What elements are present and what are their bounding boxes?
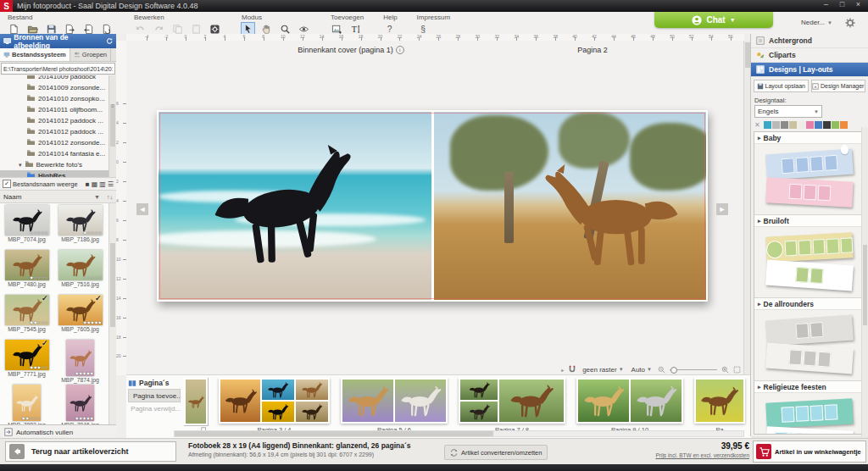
sort-dropdown[interactable]: Naam ▼ ↑↓ (0, 190, 116, 203)
tree-item-20141012-zonsonde[interactable]: 20141012 zonsonde... (0, 137, 116, 148)
next-page-arrow[interactable]: ► (716, 203, 728, 215)
menu-label-help[interactable]: Help (383, 14, 397, 21)
fit-view-icon[interactable] (733, 366, 741, 374)
prev-page-arrow[interactable]: ◄ (136, 203, 148, 215)
sidebar-item-achtergrond[interactable]: Achtergrond (751, 34, 868, 48)
view-columns-icon[interactable]: ▥ (99, 180, 106, 188)
maximize-button[interactable]: □ (834, 0, 850, 10)
color-swatch[interactable] (781, 121, 788, 129)
layout-template[interactable] (765, 232, 853, 262)
add-page-button[interactable]: Pagina toevoe... (128, 389, 181, 402)
remove-page-button[interactable]: Pagina verwijd... (128, 402, 181, 414)
spread-thumbnail-5[interactable]: Pa (694, 378, 745, 435)
color-swatch[interactable] (789, 121, 797, 129)
tree-item-20141010-zonsopko[interactable]: 20141010 zonsopko... (0, 93, 116, 104)
raster-dropdown[interactable]: geen raster▼ (581, 366, 625, 374)
layout-template[interactable] (765, 148, 854, 180)
gear-icon[interactable] (844, 17, 856, 29)
menu-label-bestand[interactable]: Bestand (8, 14, 114, 21)
design-manager-button[interactable]: Design Manager (811, 80, 866, 92)
tree-item-20141011-olijfboom[interactable]: 20141011 olijfboom... (0, 104, 116, 115)
snap-magnet-icon[interactable] (568, 365, 576, 374)
filename-checkbox[interactable]: ✓ (3, 180, 11, 188)
spread-thumbnail-1[interactable]: Pagina 3 / 4 (219, 378, 330, 435)
spread-thumbnail-3[interactable]: Pagina 7 / 8 (459, 378, 565, 435)
zoom-in-icon[interactable] (721, 366, 729, 374)
tree-item-20141009-zonsonde[interactable]: 20141009 zonsonde... (0, 82, 116, 93)
color-swatch[interactable] (815, 121, 822, 129)
file-thumbnail-mbp-7874-jpg[interactable]: ★★★★★MBP_7874.jpg (53, 340, 107, 385)
tree-item-bewerkte-foto-s[interactable]: ▾Bewerkte foto's (0, 159, 116, 170)
tree-item-20141009-paddock[interactable]: 20141009 paddock (0, 75, 116, 82)
autofill-button[interactable]: Automatisch vullen (0, 424, 116, 439)
color-swatch[interactable] (764, 121, 771, 129)
strip-scrollbar[interactable] (174, 430, 744, 437)
view-large-icon[interactable]: ■ (86, 180, 90, 188)
folder-path-input[interactable] (1, 63, 115, 75)
zoom-slider[interactable] (670, 369, 717, 370)
file-thumbnail-mbp-7074-jpg[interactable]: ☆☆☆☆☆MBP_7074.jpg (0, 205, 53, 250)
design-section-header-de-allrounders[interactable]: ▸De allrounders (754, 298, 865, 309)
file-thumbnail-mbp-7605-jpg[interactable]: ★★★★★✓MBP_7605.jpg (53, 295, 107, 340)
sidebar-item-cliparts[interactable]: Cliparts (751, 48, 868, 63)
tree-item-highres[interactable]: HighRes (0, 170, 116, 178)
menu-label-modus[interactable]: Modus (242, 14, 311, 21)
color-swatch[interactable] (840, 121, 848, 129)
color-swatch[interactable] (832, 121, 839, 129)
zoom-out-icon[interactable] (658, 366, 665, 374)
zoom-mode-dropdown[interactable]: Auto▼ (630, 366, 654, 374)
spread-thumbnail-4[interactable]: Pagina 9 / 10 (576, 378, 683, 435)
design-section-header-bruiloft[interactable]: ▸Bruiloft (754, 215, 865, 226)
file-thumbnail-mbp-7186-jpg[interactable]: ★☆☆☆☆MBP_7186.jpg (53, 205, 107, 250)
color-swatch[interactable] (823, 121, 831, 129)
layout-template[interactable] (765, 342, 854, 374)
chat-button[interactable]: Chat▼ (654, 12, 773, 28)
right-page-photo[interactable] (434, 112, 707, 300)
tree-scrollbar[interactable]: ≡ (108, 75, 116, 177)
sort-direction-icon[interactable]: ↑↓ (107, 194, 113, 200)
view-list-icon[interactable]: ☰ (108, 180, 114, 188)
file-thumbnail-mbp-7480-jpg[interactable]: ★☆☆☆☆MBP_7480.jpg (0, 250, 53, 295)
layout-template[interactable] (765, 314, 854, 346)
tab-groepen[interactable]: Groepen (70, 48, 111, 61)
menu-label-toevoegen[interactable]: Toevoegen (331, 14, 364, 21)
layout-template[interactable] (765, 259, 854, 291)
color-swatch[interactable] (772, 121, 780, 129)
minimize-button[interactable]: – (818, 0, 834, 10)
back-to-articles-button[interactable]: Terug naar artikeloverzicht (5, 441, 176, 462)
tree-item-20141014-fantasia-e[interactable]: 20141014 fantasia e... (0, 148, 116, 159)
save-layout-button[interactable]: Layout opslaan (754, 80, 809, 92)
tree-item-20141012-paddock[interactable]: 20141012 paddock ... (0, 126, 116, 137)
zoom-slider-handle[interactable] (670, 367, 677, 374)
file-thumbnail-mbp-7516-jpg[interactable]: ☆☆☆☆☆MBP_7516.jpg (53, 250, 107, 295)
layout-template[interactable] (765, 398, 853, 428)
tab-bestandssysteem[interactable]: Bestandssysteem (0, 48, 70, 61)
info-icon[interactable]: i (396, 46, 404, 54)
design-section-header-religieuze-feesten[interactable]: ▸Religieuze feesten (754, 381, 865, 392)
file-thumbnail-mbp-7771-jpg[interactable]: ★★★☆☆✓MBP_7771.jpg (0, 340, 53, 385)
refresh-icon[interactable] (106, 37, 113, 45)
tree-item-20141012-paddock[interactable]: 20141012 paddock ... (0, 115, 116, 126)
designs-scrollbar[interactable] (861, 127, 868, 436)
collapse-arrow-icon[interactable]: ▸ (561, 367, 564, 373)
color-swatch[interactable] (806, 121, 814, 129)
sidebar-item-designs-layouts[interactable]: Designs | Lay-outs (751, 63, 868, 77)
design-language-dropdown[interactable]: Engels▼ (754, 105, 822, 118)
left-page-photo[interactable] (159, 112, 431, 300)
menu-label-impressum[interactable]: Impressum (417, 14, 451, 21)
menu-label-bewerken[interactable]: Bewerken (134, 14, 222, 21)
file-thumbnail-mbp-7545-jpg[interactable]: ★★☆☆☆✓MBP_7545.jpg (0, 295, 53, 340)
file-thumbnail-mbp-7946-jpg[interactable]: ★★★★★MBP_7946.jpg (53, 385, 107, 424)
spread-thumbnail-2[interactable]: Pagina 5 / 6 (341, 378, 448, 435)
layout-template[interactable] (765, 177, 853, 207)
expand-arrow-icon[interactable]: ▾ (19, 162, 22, 169)
close-button[interactable]: × (850, 0, 866, 10)
language-dropdown[interactable]: Neder...▼ (801, 19, 832, 26)
current-page-thumbnail[interactable] (184, 378, 208, 435)
color-swatch-none[interactable]: ✕ (754, 121, 763, 129)
color-swatch[interactable] (798, 121, 805, 129)
convert-article-button[interactable]: Artikel converteren/omzetten (444, 445, 548, 460)
file-thumbnail-mbp-7882-jpg[interactable]: ★★☆☆☆MBP_7882.jpg (0, 385, 53, 424)
files-scrollbar[interactable] (108, 203, 116, 424)
design-section-header-baby[interactable]: ▸Baby (754, 132, 865, 143)
